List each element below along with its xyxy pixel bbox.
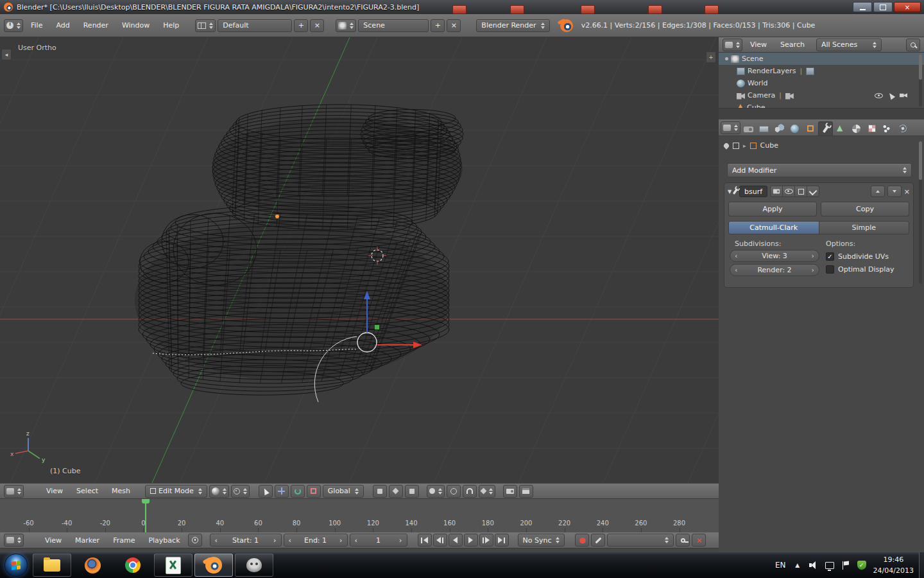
edit-mode-display-toggle[interactable] [794, 186, 807, 197]
current-frame-marker-cap[interactable] [142, 499, 150, 504]
subdivide-uvs-checkbox[interactable]: ✓ [826, 252, 834, 261]
taskbar-app-gimp[interactable] [235, 554, 273, 577]
cage-display-toggle[interactable] [807, 186, 819, 197]
preview-range-toggle[interactable] [188, 534, 202, 547]
active-keying-set-field[interactable] [607, 534, 674, 547]
properties-region-toggle[interactable]: + [706, 51, 716, 63]
playback-previous-keyframe-button[interactable] [433, 534, 447, 547]
outliner-row-cube[interactable]: Cube [719, 101, 924, 108]
copy-button[interactable]: Copy [821, 202, 909, 216]
timeline-ruler[interactable]: -60-40-200204060801001201401601802002202… [0, 499, 719, 533]
snap-toggle-button[interactable] [463, 485, 477, 498]
viewport-canvas[interactable] [0, 37, 719, 483]
taskbar-app-windows-explorer[interactable] [33, 554, 71, 577]
render-subdivisions-field[interactable]: ‹ Render: 2 › [730, 264, 819, 276]
outliner-tree[interactable]: SceneRenderLayers|WorldCamera|Cube [719, 53, 924, 108]
manipulator-toggle-button[interactable] [259, 485, 273, 498]
auto-keyframe-toggle[interactable]: ● [575, 534, 589, 547]
add-scene-button[interactable]: + [431, 19, 445, 32]
modifier-panel-header[interactable]: ▼ bsurf × [724, 183, 913, 197]
maximize-button[interactable] [873, 2, 893, 12]
viewport-3d[interactable]: User Ortho (1) Cube ◂ + z x y [0, 37, 719, 483]
taskbar-app-excel[interactable] [154, 554, 193, 577]
snap-element-button[interactable] [389, 485, 403, 498]
properties-tab-particles[interactable] [880, 121, 894, 136]
proportional-falloff-button[interactable] [447, 485, 461, 498]
properties-scrollbar[interactable] [919, 141, 922, 284]
limit-selection-to-visible-button[interactable] [373, 485, 387, 498]
menu-view[interactable]: View [744, 40, 773, 49]
properties-tab-texture[interactable] [864, 121, 879, 136]
tray-display[interactable] [825, 562, 834, 569]
current-frame-marker[interactable] [145, 499, 146, 532]
move-modifier-down-button[interactable] [887, 186, 902, 197]
current-frame-field[interactable]: ‹ 1 › [350, 534, 407, 547]
show-desktop-button[interactable] [919, 552, 924, 578]
decrement-icon[interactable]: ‹ [289, 536, 291, 545]
snap-mode-selector[interactable] [479, 485, 495, 498]
screen-layout-browse-button[interactable] [195, 19, 216, 32]
increment-icon[interactable]: › [273, 536, 276, 545]
language-indicator[interactable]: EN [775, 561, 786, 570]
keyframe-delete-button[interactable]: × [692, 534, 706, 547]
menu-view[interactable]: View [39, 536, 67, 545]
scrollbar-thumb[interactable] [919, 54, 922, 80]
keyframe-insert-button[interactable] [676, 534, 690, 547]
menu-render[interactable]: Render [78, 21, 114, 30]
outliner-row-scene[interactable]: Scene [719, 53, 924, 65]
menu-select[interactable]: Select [71, 487, 104, 495]
playback-jump-to-end-button[interactable] [495, 534, 509, 547]
background-window-close-icon[interactable] [581, 5, 595, 14]
outliner-row-camera[interactable]: Camera| [719, 89, 924, 101]
viewport-visibility-toggle[interactable] [782, 186, 795, 197]
properties-tab-render-layers[interactable] [757, 121, 771, 136]
keying-set-button[interactable] [591, 534, 605, 547]
properties-tab-render[interactable] [741, 121, 756, 136]
properties-tab-object-data[interactable] [834, 121, 848, 136]
view-subdivisions-field[interactable]: ‹ View: 3 › [730, 250, 819, 262]
catmull-clark-button[interactable]: Catmull-Clark [728, 221, 819, 234]
wireframe-model[interactable] [135, 105, 463, 395]
optimal-display-checkbox[interactable] [826, 265, 834, 274]
render-engine-select[interactable]: Blender Render [476, 19, 549, 32]
menu-file[interactable]: File [25, 21, 48, 30]
playback-play-button[interactable] [464, 534, 478, 547]
tray-volume[interactable] [809, 561, 818, 569]
menu-search[interactable]: Search [774, 40, 810, 49]
editor-type-selector[interactable] [4, 19, 23, 32]
apply-button[interactable]: Apply [728, 202, 817, 216]
background-window-close-icon[interactable] [705, 5, 719, 14]
menu-playback[interactable]: Playback [142, 536, 185, 545]
render-visibility-toggle[interactable] [770, 186, 783, 197]
add-screen-layout-button[interactable]: + [294, 19, 308, 32]
scene-browse-button[interactable] [336, 19, 356, 32]
scene-name-field[interactable]: Scene [358, 19, 429, 32]
taskbar-clock[interactable]: 19:46 24/04/2013 [873, 554, 914, 576]
move-modifier-up-button[interactable] [871, 186, 885, 197]
taskbar-app-firefox[interactable] [73, 554, 112, 577]
mode-selector[interactable]: Edit Mode [145, 485, 207, 498]
outliner-scrollbar[interactable] [919, 54, 922, 107]
toolbar-region-toggle[interactable]: ◂ [1, 49, 12, 60]
opengl-render-button[interactable] [503, 485, 517, 498]
decrement-icon[interactable]: ‹ [735, 266, 737, 274]
outliner-row-world[interactable]: World [719, 77, 924, 89]
tray-action-center-flag[interactable] [841, 561, 850, 570]
taskbar-app-blender[interactable] [194, 554, 233, 577]
menu-help[interactable]: Help [157, 21, 185, 30]
decrement-icon[interactable]: ‹ [735, 252, 737, 260]
rotate-manipulator-button[interactable] [291, 485, 305, 498]
properties-tab-modifiers[interactable] [818, 121, 833, 136]
menu-add[interactable]: Add [50, 21, 75, 30]
menu-frame[interactable]: Frame [107, 536, 141, 545]
playback-play-reverse-button[interactable] [449, 534, 463, 547]
outliner-row-renderlayers[interactable]: RenderLayers| [719, 65, 924, 77]
background-window-close-icon[interactable] [648, 5, 662, 14]
playback-jump-to-start-button[interactable] [418, 534, 432, 547]
decrement-icon[interactable]: ‹ [355, 536, 357, 545]
scrollbar-thumb[interactable] [919, 141, 922, 180]
properties-tab-physics[interactable] [895, 121, 910, 136]
av-sync-selector[interactable]: No Sync [518, 534, 565, 547]
start-frame-field[interactable]: ‹ Start: 1 › [210, 534, 282, 547]
delete-modifier-button[interactable]: × [904, 188, 910, 196]
